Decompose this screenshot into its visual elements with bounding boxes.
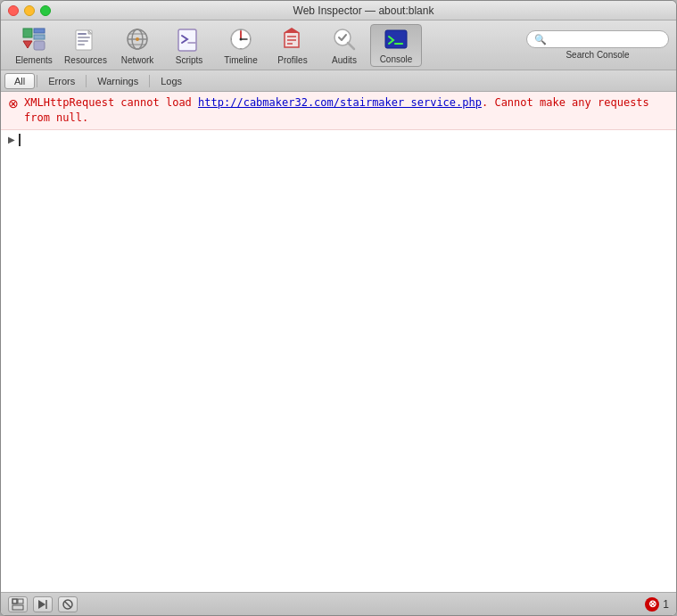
console-input-line: ▶ [1,130,676,150]
inspect-icon [12,598,24,611]
error-badge-icon: ⊗ [645,597,659,612]
toolbar-item-resources[interactable]: Resources [60,24,111,67]
error-icon: ⊗ [8,96,19,111]
elements-label: Elements [15,55,53,65]
console-chevron-icon: ▶ [8,135,15,144]
profiles-icon [278,26,307,53]
maximize-button[interactable] [40,5,51,16]
svg-rect-35 [12,605,23,610]
resources-icon [71,26,100,53]
tab-logs[interactable]: Logs [152,73,191,89]
tab-separator-3 [149,75,150,87]
toolbar-item-console[interactable]: Console [370,24,422,67]
svg-rect-33 [12,599,17,604]
scripts-icon [175,26,203,53]
console-label: Console [380,54,413,64]
window-title: Web Inspector — about:blank [58,4,669,17]
search-console-label: Search Console [566,50,629,60]
toolbar-item-audits[interactable]: Audits [318,24,370,67]
error-link[interactable]: http://cabmaker32.com/stairmaker service… [198,96,482,109]
timeline-icon [227,26,255,53]
svg-point-14 [136,37,139,41]
status-block-button[interactable] [58,596,78,612]
error-prefix: XMLHttpRequest cannot load [24,96,198,109]
svg-rect-5 [78,33,87,35]
search-area: 🔍 Search Console [526,30,669,60]
tab-all[interactable]: All [4,73,35,89]
status-left [8,596,78,612]
toolbar-item-elements[interactable]: Elements [8,24,60,67]
title-bar: Web Inspector — about:blank [1,1,676,21]
scripts-label: Scripts [176,55,203,65]
toolbar-item-network[interactable]: Network [111,24,163,67]
close-button[interactable] [8,5,19,16]
svg-rect-2 [34,35,45,39]
svg-rect-34 [18,599,23,604]
search-icon: 🔍 [534,34,547,45]
svg-rect-7 [78,40,88,42]
search-input-wrap[interactable]: 🔍 [526,30,669,48]
network-label: Network [121,55,154,65]
network-icon [123,26,152,53]
tab-warnings[interactable]: Warnings [88,73,147,89]
filter-tabs: All Errors Warnings Logs [1,70,676,92]
elements-icon [20,26,48,53]
status-bar: ⊗ 1 [1,592,676,615]
minimize-button[interactable] [24,5,35,16]
tab-separator-2 [86,75,87,87]
web-inspector-window: Web Inspector — about:blank Elements [0,0,677,616]
error-text: XMLHttpRequest cannot load http://cabmak… [24,95,669,126]
svg-rect-6 [78,37,90,38]
tab-errors[interactable]: Errors [39,73,84,89]
toolbar: Elements Resources [1,21,676,70]
audits-icon [330,26,359,53]
execute-icon [37,598,49,611]
profiles-label: Profiles [277,55,307,65]
timeline-label: Timeline [224,55,257,65]
svg-point-20 [240,38,243,41]
svg-marker-28 [285,29,299,33]
search-input[interactable] [550,34,673,45]
toolbar-item-scripts[interactable]: Scripts [163,24,215,67]
svg-line-30 [348,43,354,49]
svg-rect-1 [34,29,45,33]
error-badge-count: 1 [663,598,669,611]
svg-line-38 [65,601,71,607]
console-icon [382,26,410,53]
status-error-badge: ⊗ 1 [645,597,669,612]
console-area[interactable]: ⊗ XMLHttpRequest cannot load http://cabm… [1,92,676,592]
svg-rect-8 [78,44,85,45]
traffic-lights [8,5,51,16]
svg-rect-3 [34,41,45,50]
block-icon [62,598,74,611]
toolbar-item-profiles[interactable]: Profiles [267,24,318,67]
svg-rect-0 [23,29,32,37]
toolbar-item-timeline[interactable]: Timeline [215,24,267,67]
console-error-line: ⊗ XMLHttpRequest cannot load http://cabm… [1,92,676,130]
status-execute-button[interactable] [33,596,53,612]
tab-separator-1 [37,75,37,87]
status-inspect-button[interactable] [8,596,28,612]
svg-rect-31 [385,30,407,48]
resources-label: Resources [64,55,107,65]
console-cursor [19,134,21,146]
audits-label: Audits [332,55,357,65]
toolbar-items: Elements Resources [8,24,517,67]
